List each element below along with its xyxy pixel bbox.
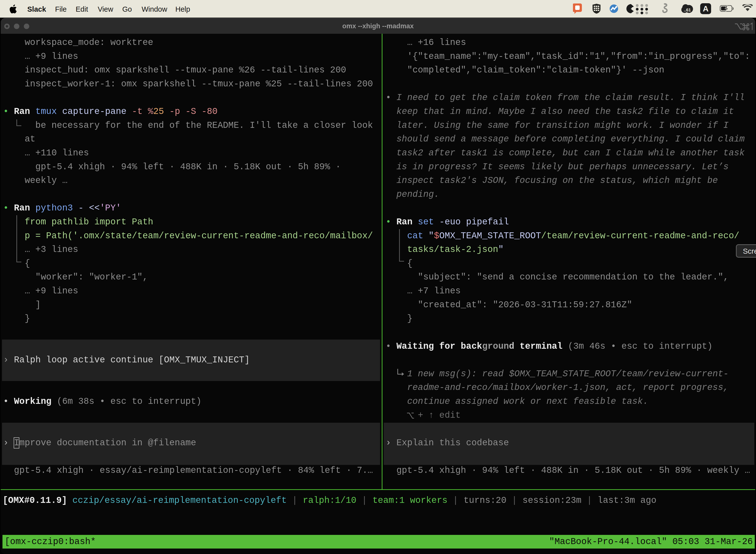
svg-text:..61: ..61 <box>684 8 691 12</box>
svg-text:A: A <box>703 4 708 13</box>
